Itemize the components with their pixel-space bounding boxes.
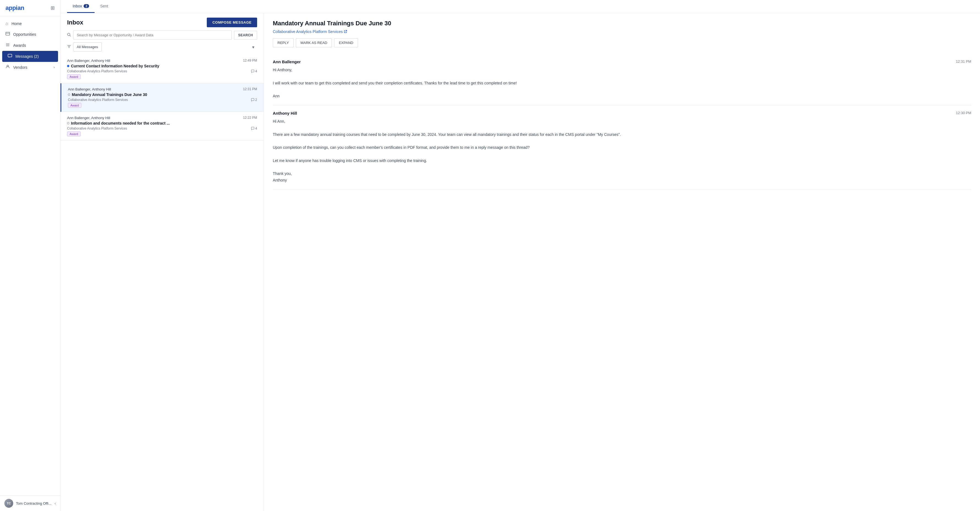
collapse-sidebar-icon[interactable]: ‹: [54, 501, 56, 506]
svg-line-9: [70, 35, 71, 37]
thread-message-header: Anthony Hill 12:30 PM: [273, 111, 971, 116]
message-detail-panel: Mandatory Annual Trainings Due June 30 C…: [264, 13, 980, 511]
message-subject: Mandatory Annual Trainings Due June 30: [68, 92, 257, 97]
grid-icon[interactable]: ⊞: [51, 5, 55, 11]
award-tag: Award: [68, 103, 81, 108]
search-input[interactable]: [73, 30, 232, 40]
filter-select-wrap: All Messages Unread Read: [73, 42, 257, 51]
thread-sender: Ann Ballenger: [273, 59, 301, 64]
awards-icon: [5, 43, 10, 48]
sidebar-item-opportunities[interactable]: Opportunities: [0, 29, 60, 40]
sidebar-item-opportunities-label: Opportunities: [13, 32, 55, 37]
thread-body: Hi Ann, There are a few mandatory annual…: [273, 118, 971, 184]
message-meta: Collaborative Analytics Platform Service…: [67, 69, 257, 73]
thread-body: Hi Anthony, I will work with our team to…: [273, 67, 971, 100]
message-org: Collaborative Analytics Platform Service…: [67, 126, 127, 131]
message-count: 2: [251, 98, 257, 102]
vendors-chevron-icon: ›: [54, 65, 55, 69]
message-count: 4: [251, 126, 257, 131]
sidebar-logo-area: appian ⊞: [0, 0, 60, 16]
message-list-panel: Inbox COMPOSE MESSAGE SEARCH: [60, 13, 264, 511]
message-meta: Collaborative Analytics Platform Service…: [67, 126, 257, 131]
sidebar-footer[interactable]: TC Tom Contracting Offi... ‹: [0, 495, 60, 511]
message-org: Collaborative Analytics Platform Service…: [68, 98, 128, 102]
expand-button[interactable]: EXPAND: [334, 38, 358, 47]
user-name-label: Tom Contracting Offi...: [16, 501, 52, 506]
mark-as-read-button[interactable]: MARK AS READ: [296, 38, 332, 47]
svg-rect-0: [6, 32, 10, 35]
svg-rect-5: [8, 54, 12, 57]
message-subject: Information and documents needed for the…: [67, 121, 257, 126]
unread-dot: [67, 65, 69, 67]
unread-circle: [68, 94, 70, 96]
tab-inbox[interactable]: Inbox 2: [67, 0, 95, 13]
appian-logo: appian: [5, 5, 24, 11]
search-icon: [67, 33, 71, 37]
message-time: 12:49 PM: [243, 59, 257, 63]
subject-text: Information and documents needed for the…: [71, 121, 170, 126]
compose-message-button[interactable]: COMPOSE MESSAGE: [207, 18, 257, 27]
message-senders: Ann Ballenger, Anthony Hill: [68, 87, 111, 91]
message-meta: Collaborative Analytics Platform Service…: [68, 98, 257, 102]
subject-text: Mandatory Annual Trainings Due June 30: [72, 92, 147, 97]
panel-header: Inbox COMPOSE MESSAGE: [60, 13, 264, 30]
sidebar-item-vendors[interactable]: Vendors ›: [0, 62, 60, 73]
thread-sender: Anthony Hill: [273, 111, 297, 116]
thread-message: Ann Ballenger 12:31 PM Hi Anthony, I wil…: [273, 54, 971, 105]
detail-title: Mandatory Annual Trainings Due June 30: [273, 20, 971, 27]
main-content: Inbox 2 Sent Inbox COMPOSE MESSAGE: [60, 0, 980, 511]
message-org: Collaborative Analytics Platform Service…: [67, 69, 127, 73]
filter-select[interactable]: All Messages Unread Read: [73, 42, 102, 51]
unread-circle: [67, 122, 69, 124]
tab-sent-label: Sent: [100, 4, 108, 8]
message-item[interactable]: Ann Ballenger, Anthony Hill 12:31 PM Man…: [60, 83, 264, 112]
message-time: 12:31 PM: [243, 87, 257, 91]
sidebar-nav: ⌂ Home Opportunities Awards: [0, 16, 60, 495]
tab-inbox-label: Inbox: [73, 4, 82, 8]
tab-sent[interactable]: Sent: [95, 0, 114, 13]
message-items: Ann Ballenger, Anthony Hill 12:49 PM Cur…: [60, 55, 264, 511]
search-filter-area: SEARCH All Messages Unread: [60, 30, 264, 55]
svg-rect-1: [6, 33, 10, 33]
award-tag: Award: [67, 74, 81, 79]
svg-point-8: [68, 33, 70, 36]
message-item-header: Ann Ballenger, Anthony Hill 12:22 PM: [67, 116, 257, 120]
message-item[interactable]: Ann Ballenger, Anthony Hill 12:49 PM Cur…: [60, 55, 264, 83]
message-item-header: Ann Ballenger, Anthony Hill 12:49 PM: [67, 59, 257, 63]
sidebar-item-messages-label: Messages (2): [15, 54, 52, 59]
sidebar-item-home[interactable]: ⌂ Home: [0, 18, 60, 29]
message-item[interactable]: Ann Ballenger, Anthony Hill 12:22 PM Inf…: [60, 112, 264, 140]
thread-message-header: Ann Ballenger 12:31 PM: [273, 59, 971, 64]
detail-actions: REPLY MARK AS READ EXPAND: [273, 38, 971, 47]
thread-time: 12:30 PM: [956, 111, 971, 116]
content-area: Inbox COMPOSE MESSAGE SEARCH: [60, 13, 980, 511]
thread-message: Anthony Hill 12:30 PM Hi Ann, There are …: [273, 105, 971, 189]
search-row: SEARCH: [67, 30, 257, 40]
tab-inbox-badge: 2: [84, 4, 89, 8]
sidebar-item-messages[interactable]: Messages (2): [2, 51, 58, 62]
sidebar-item-awards[interactable]: Awards: [0, 40, 60, 51]
search-button[interactable]: SEARCH: [234, 31, 257, 40]
filter-icon: [67, 45, 71, 49]
award-tag: Award: [67, 132, 81, 137]
message-thread: Ann Ballenger 12:31 PM Hi Anthony, I wil…: [273, 54, 971, 189]
detail-link-label: Collaborative Analytics Platform Service…: [273, 29, 343, 34]
inbox-title: Inbox: [67, 19, 83, 26]
subject-text: Current Contact Information Needed by Se…: [71, 64, 159, 68]
message-senders: Ann Ballenger, Anthony Hill: [67, 116, 110, 120]
sidebar-item-vendors-label: Vendors: [13, 65, 50, 70]
message-item-header: Ann Ballenger, Anthony Hill 12:31 PM: [68, 87, 257, 91]
sidebar-item-home-label: Home: [11, 21, 55, 26]
filter-row: All Messages Unread Read: [67, 42, 257, 51]
tabs-bar: Inbox 2 Sent: [60, 0, 980, 13]
opportunities-icon: [5, 32, 10, 37]
sidebar: appian ⊞ ⌂ Home Opportunities: [0, 0, 60, 511]
thread-time: 12:31 PM: [956, 59, 971, 64]
vendors-icon: [5, 65, 10, 70]
avatar: TC: [5, 499, 13, 508]
reply-button[interactable]: REPLY: [273, 38, 294, 47]
message-count: 4: [251, 69, 257, 73]
message-subject: Current Contact Information Needed by Se…: [67, 64, 257, 68]
detail-link[interactable]: Collaborative Analytics Platform Service…: [273, 29, 347, 34]
message-senders: Ann Ballenger, Anthony Hill: [67, 59, 110, 63]
